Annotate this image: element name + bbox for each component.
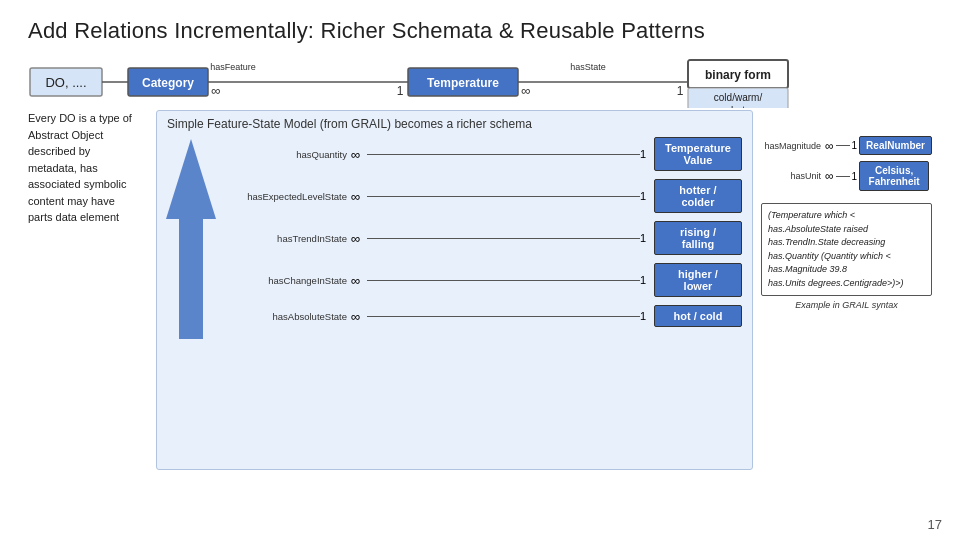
row-hasExpectedLevel: hasExpectedLevelState ∞ 1 hotter /colder [237, 179, 742, 213]
page-number: 17 [928, 517, 942, 532]
has-quantity-label: hasQuantity [237, 149, 347, 160]
has-absolute-label: hasAbsoluteState [237, 311, 347, 322]
one-mag: 1 [852, 140, 858, 151]
one-4: 1 [640, 274, 654, 286]
one-5: 1 [640, 310, 654, 322]
binary-form-label: binary form [705, 68, 771, 82]
line-mag [836, 145, 850, 146]
row-hasChangeInState: hasChangeInState ∞ 1 higher /lower [237, 263, 742, 297]
real-number-box: RealNumber [859, 136, 932, 155]
svg-text:∞: ∞ [521, 83, 530, 98]
svg-text:1: 1 [397, 84, 404, 98]
category-label: Category [142, 76, 194, 90]
model-label: Simple Feature-State Model (from GRAIL) … [167, 117, 742, 131]
node-hot-cold: hot / cold [654, 305, 742, 327]
line-4 [367, 280, 640, 281]
inf-3: ∞ [351, 231, 367, 246]
svg-text:hot: hot [731, 105, 745, 108]
celsius-box: Celsius,Fahrenheit [859, 161, 929, 191]
svg-text:∞: ∞ [211, 83, 220, 98]
one-1: 1 [640, 148, 654, 160]
inf-4: ∞ [351, 273, 367, 288]
has-unit-label: hasUnit [761, 171, 821, 181]
one-2: 1 [640, 190, 654, 202]
inf-2: ∞ [351, 189, 367, 204]
left-text-line4: metadata, has [28, 160, 148, 177]
row-hasQuantity: hasQuantity ∞ 1 TemperatureValue [237, 137, 742, 171]
left-text-line6: content may have [28, 193, 148, 210]
svg-text:1: 1 [677, 84, 684, 98]
left-description: Every DO is a type of Abstract Object de… [28, 110, 148, 470]
grail-text: (Temperature which < has.AbsoluteState r… [768, 210, 904, 288]
slide: Add Relations Incrementally: Richer Sche… [0, 0, 960, 540]
right-panel: hasMagnitude ∞ 1 RealNumber hasUnit ∞ 1 … [761, 110, 932, 470]
has-state-label: hasState [570, 62, 606, 72]
left-text-line3: described by [28, 143, 148, 160]
left-text-line7: parts data element [28, 209, 148, 226]
node-rising-falling: rising /falling [654, 221, 742, 255]
svg-text:cold/warm/: cold/warm/ [714, 92, 763, 103]
big-blue-arrow [161, 139, 221, 339]
line-1 [367, 154, 640, 155]
do-label: DO, .... [45, 75, 86, 90]
inf-5: ∞ [351, 309, 367, 324]
row-hasTrendInState: hasTrendInState ∞ 1 rising /falling [237, 221, 742, 255]
inf-mag: ∞ [825, 139, 834, 153]
grail-example-box: (Temperature which < has.AbsoluteState r… [761, 203, 932, 296]
line-3 [367, 238, 640, 239]
inf-1: ∞ [351, 147, 367, 162]
one-3: 1 [640, 232, 654, 244]
has-magnitude-label: hasMagnitude [761, 141, 821, 151]
has-feature-label: hasFeature [210, 62, 256, 72]
line-2 [367, 196, 640, 197]
has-expected-label: hasExpectedLevelState [237, 191, 347, 202]
node-higher-lower: higher /lower [654, 263, 742, 297]
top-diagram-svg: DO, .... Category hasFeature ∞ 1 Tempera… [28, 58, 928, 108]
left-text-line2: Abstract Object [28, 127, 148, 144]
has-trend-label: hasTrendInState [237, 233, 347, 244]
row-hasAbsoluteState: hasAbsoluteState ∞ 1 hot / cold [237, 305, 742, 327]
diagram-area: Simple Feature-State Model (from GRAIL) … [156, 110, 753, 470]
top-diagram: DO, .... Category hasFeature ∞ 1 Tempera… [28, 58, 932, 108]
line-5 [367, 316, 640, 317]
left-text-line5: associated symbolic [28, 176, 148, 193]
one-unit: 1 [852, 171, 858, 182]
grail-syntax-label: Example in GRAIL syntax [761, 300, 932, 310]
slide-title: Add Relations Incrementally: Richer Sche… [28, 18, 932, 44]
svg-marker-14 [166, 139, 216, 339]
line-unit [836, 176, 850, 177]
has-magnitude-row: hasMagnitude ∞ 1 RealNumber [761, 136, 932, 155]
node-hotter-colder: hotter /colder [654, 179, 742, 213]
left-text-line1: Every DO is a type of [28, 110, 148, 127]
node-temp-value: TemperatureValue [654, 137, 742, 171]
has-unit-row: hasUnit ∞ 1 Celsius,Fahrenheit [761, 161, 932, 191]
inf-unit: ∞ [825, 169, 834, 183]
temperature-label: Temperature [427, 76, 499, 90]
main-content: Every DO is a type of Abstract Object de… [28, 110, 932, 470]
diagram-rows: hasQuantity ∞ 1 TemperatureValue hasExpe… [237, 137, 742, 327]
has-change-label: hasChangeInState [237, 275, 347, 286]
